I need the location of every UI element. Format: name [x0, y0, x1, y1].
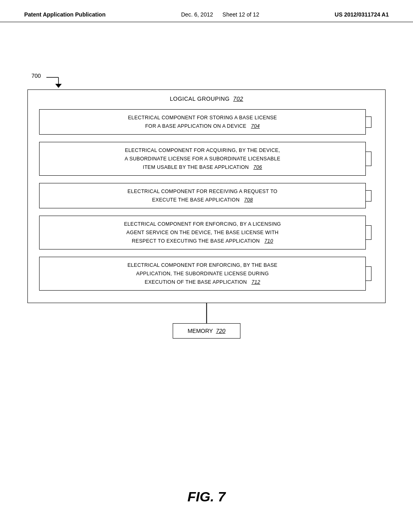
page: Patent Application Publication Dec. 6, 2… — [0, 0, 413, 532]
component-row-704: ELECTRICAL COMPONENT FOR STORING A BASE … — [39, 109, 374, 135]
component-box-704: ELECTRICAL COMPONENT FOR STORING A BASE … — [39, 109, 366, 135]
vertical-connector-line — [206, 303, 207, 323]
logical-grouping-box: LOGICAL GROUPING 702 ELECTRICAL COMPONEN… — [27, 89, 386, 303]
component-box-712: ELECTRICAL COMPONENT FOR ENFORCING, BY T… — [39, 257, 366, 291]
connector-708 — [366, 190, 374, 202]
page-header: Patent Application Publication Dec. 6, 2… — [0, 0, 413, 22]
connector-704 — [366, 116, 374, 128]
components-list: ELECTRICAL COMPONENT FOR STORING A BASE … — [28, 107, 385, 295]
connector-710 — [366, 225, 374, 240]
component-row-706: ELECTRICAL COMPONENT FOR ACQUIRING, BY T… — [39, 142, 374, 176]
date-label: Dec. 6, 2012 Sheet 12 of 12 — [181, 11, 259, 18]
memory-box: MEMORY 720 — [173, 323, 240, 339]
svg-marker-2 — [55, 84, 62, 88]
component-row-712: ELECTRICAL COMPONENT FOR ENFORCING, BY T… — [39, 257, 374, 291]
component-row-708: ELECTRICAL COMPONENT FOR RECEIVING A REQ… — [39, 183, 374, 208]
publication-label: Patent Application Publication — [24, 11, 106, 18]
label-700: 700 — [31, 73, 41, 79]
component-box-710: ELECTRICAL COMPONENT FOR ENFORCING, BY A… — [39, 216, 366, 249]
logical-grouping-title: LOGICAL GROUPING 702 — [28, 90, 385, 107]
component-row-710: ELECTRICAL COMPONENT FOR ENFORCING, BY A… — [39, 216, 374, 249]
arrow-700-icon — [46, 73, 67, 88]
connector-706 — [366, 152, 374, 166]
component-box-706: ELECTRICAL COMPONENT FOR ACQUIRING, BY T… — [39, 142, 366, 176]
figure-label: FIG. 7 — [188, 489, 225, 505]
patent-number-label: US 2012/0311724 A1 — [335, 11, 389, 18]
connector-712 — [366, 266, 374, 281]
component-box-708: ELECTRICAL COMPONENT FOR RECEIVING A REQ… — [39, 183, 366, 208]
memory-container: MEMORY 720 — [173, 323, 240, 339]
